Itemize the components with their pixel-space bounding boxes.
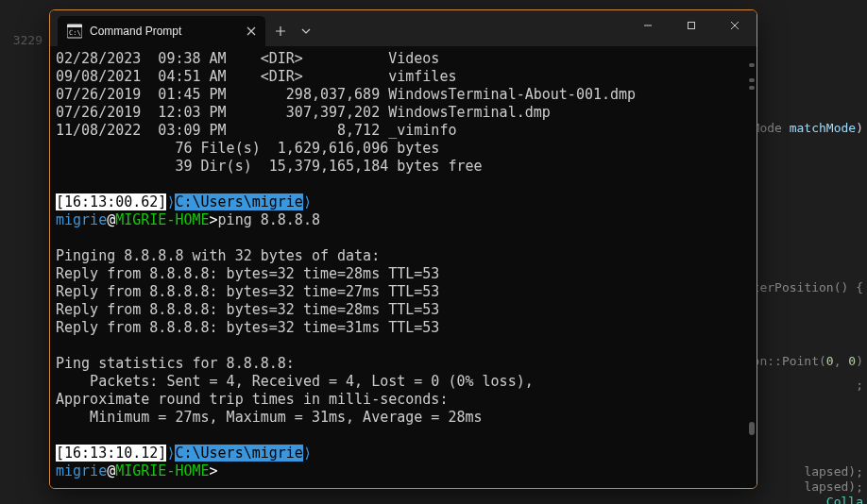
output-line: Approximate round trip times in milli-se… (56, 391, 448, 408)
minimize-button[interactable] (626, 10, 670, 41)
scrollbar-thumb[interactable] (749, 422, 755, 435)
output-line: Reply from 8.8.8.8: bytes=32 time=28ms T… (56, 301, 439, 318)
output-line: Packets: Sent = 4, Received = 4, Lost = … (56, 373, 534, 390)
terminal-window: C:\ Command Prompt 02/28/2023 (49, 9, 757, 489)
scrollbar-mark[interactable] (749, 63, 755, 67)
window-controls (626, 10, 756, 41)
tab-active[interactable]: C:\ Command Prompt (58, 16, 265, 46)
output-line: Ping statistics for 8.8.8.8: (56, 355, 295, 372)
bg-fragment: lapsed); (804, 479, 863, 494)
tab-dropdown-button[interactable] (296, 16, 316, 46)
tab-close-button[interactable] (243, 23, 260, 40)
maximize-button[interactable] (670, 10, 713, 41)
cmd-icon: C:\ (67, 24, 82, 39)
output-line: 02/28/2023 09:38 AM <DIR> Videos (56, 50, 439, 67)
output-line: 07/26/2019 12:03 PM 307,397,202 WindowsT… (56, 104, 551, 121)
prompt-time: [16:13:00.62] (56, 193, 166, 210)
entered-command: ping 8.8.8.8 (218, 211, 320, 228)
prompt-line: [16:13:10.12]⟩C:\Users\migrie⟩ (56, 445, 312, 462)
titlebar[interactable]: C:\ Command Prompt (50, 10, 756, 46)
output-line: 76 File(s) 1,629,616,096 bytes (56, 140, 439, 157)
new-tab-button[interactable] (265, 16, 296, 46)
powerline-sep-icon: ⟩ (303, 193, 312, 210)
scrollbar-mark[interactable] (749, 78, 755, 82)
tab-title: Command Prompt (90, 25, 235, 38)
svg-rect-1 (67, 25, 82, 27)
output-line: Reply from 8.8.8.8: bytes=32 time=31ms T… (56, 319, 439, 336)
svg-rect-3 (688, 23, 695, 29)
terminal-output[interactable]: 02/28/2023 09:38 AM <DIR> Videos 09/08/2… (50, 46, 756, 488)
prompt-host: MIGRIE-HOME (115, 462, 209, 479)
prompt-line2: migrie@MIGRIE-HOME>ping 8.8.8.8 (56, 211, 320, 228)
scrollbar-mark[interactable] (749, 86, 755, 90)
output-line: 11/08/2022 03:09 PM 8,712 _viminfo (56, 122, 456, 139)
output-line: 07/26/2019 01:45 PM 298,037,689 WindowsT… (56, 86, 636, 103)
bg-fragment: Colla (826, 495, 863, 504)
prompt-user: migrie (56, 211, 107, 228)
bg-fragment: ; (856, 378, 863, 392)
prompt-path: C:\Users\migrie (175, 193, 302, 210)
output-line: 39 Dir(s) 15,379,165,184 bytes free (56, 158, 483, 175)
prompt-time: [16:13:10.12] (56, 445, 166, 462)
output-line: Pinging 8.8.8.8 with 32 bytes of data: (56, 247, 380, 264)
prompt-user: migrie (56, 462, 107, 479)
bg-fragment: lapsed); (804, 464, 863, 479)
output-line: 09/08/2021 04:51 AM <DIR> vimfiles (56, 68, 456, 85)
line-number: 3229 (0, 32, 42, 48)
close-button[interactable] (713, 10, 756, 41)
output-line: Reply from 8.8.8.8: bytes=32 time=28ms T… (56, 265, 439, 282)
prompt-line2: migrie@MIGRIE-HOME> (56, 462, 218, 479)
powerline-sep-icon: ⟩ (303, 445, 312, 462)
editor-gutter: 3229 (0, 0, 52, 80)
prompt-path: C:\Users\migrie (175, 445, 302, 462)
prompt-line: [16:13:00.62]⟩C:\Users\migrie⟩ (56, 193, 312, 210)
svg-text:C:\: C:\ (69, 29, 81, 37)
output-line: Minimum = 27ms, Maximum = 31ms, Average … (56, 409, 483, 426)
output-line: Reply from 8.8.8.8: bytes=32 time=27ms T… (56, 283, 439, 300)
prompt-host: MIGRIE-HOME (115, 211, 209, 228)
